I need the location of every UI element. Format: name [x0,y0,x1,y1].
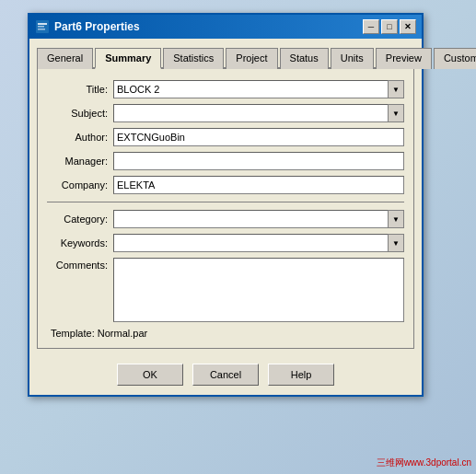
cancel-button[interactable]: Cancel [192,364,259,386]
subject-field-combo: ▼ [113,104,404,122]
tab-status[interactable]: Status [280,48,329,69]
author-label: Author: [47,132,113,143]
help-button[interactable]: Help [268,364,334,386]
category-field-combo: ▼ [113,210,404,228]
tab-project[interactable]: Project [226,48,277,69]
title-row: Title: ▼ [47,80,404,98]
maximize-button[interactable]: □ [381,19,398,34]
comments-textarea[interactable] [113,258,404,322]
tab-content-summary: Title: ▼ Subject: ▼ Author: [37,69,414,349]
minimize-button[interactable]: ─ [363,19,379,34]
svg-rect-3 [38,29,45,30]
close-button[interactable]: ✕ [400,19,416,34]
keywords-input[interactable] [113,234,388,252]
subject-label: Subject: [47,108,113,119]
template-row: Template: Normal.par [47,328,404,339]
dialog-window: Part6 Properties ─ □ ✕ General Summary S… [28,13,424,397]
category-dropdown-btn[interactable]: ▼ [388,210,404,228]
title-input[interactable] [113,80,388,98]
subject-input[interactable] [113,104,388,122]
tab-custom[interactable]: Custom [434,48,476,69]
company-row: Company: [47,176,404,194]
title-bar-left: Part6 Properties [35,19,140,34]
company-label: Company: [47,179,113,191]
tab-general[interactable]: General [37,48,93,69]
ok-button[interactable]: OK [117,364,183,386]
title-label: Title: [47,84,113,95]
manager-input[interactable] [113,152,404,170]
template-label: Template: Normal.par [47,328,147,339]
keywords-label: Keywords: [47,237,113,249]
tab-units[interactable]: Units [331,48,374,69]
category-row: Category: ▼ [47,210,404,228]
comments-row: Comments: [47,258,404,322]
category-label: Category: [47,214,113,225]
keywords-row: Keywords: ▼ [47,234,404,252]
title-dropdown-btn[interactable]: ▼ [388,80,404,98]
tab-preview[interactable]: Preview [376,48,432,69]
watermark: 三维网www.3dportal.cn [377,457,471,469]
form-divider [47,202,404,202]
tab-statistics[interactable]: Statistics [163,48,224,69]
comments-label: Comments: [47,258,113,271]
svg-rect-2 [38,26,44,28]
subject-dropdown-btn[interactable]: ▼ [388,104,404,122]
title-field-combo: ▼ [113,80,404,98]
subject-row: Subject: ▼ [47,104,404,122]
author-row: Author: [47,128,404,146]
title-bar: Part6 Properties ─ □ ✕ [29,15,422,39]
title-bar-buttons: ─ □ ✕ [363,19,416,34]
dialog-buttons: OK Cancel Help [29,356,422,395]
company-input[interactable] [113,176,404,194]
app-icon [35,19,50,34]
keywords-field-combo: ▼ [113,234,404,252]
svg-rect-1 [38,23,47,25]
manager-label: Manager: [47,156,113,167]
dialog-title: Part6 Properties [54,20,140,33]
dialog-body: General Summary Statistics Project Statu… [29,39,422,356]
manager-row: Manager: [47,152,404,170]
tab-bar: General Summary Statistics Project Statu… [37,46,414,69]
category-input[interactable] [113,210,388,228]
keywords-dropdown-btn[interactable]: ▼ [388,234,404,252]
author-input[interactable] [113,128,404,146]
tab-summary[interactable]: Summary [95,48,161,69]
